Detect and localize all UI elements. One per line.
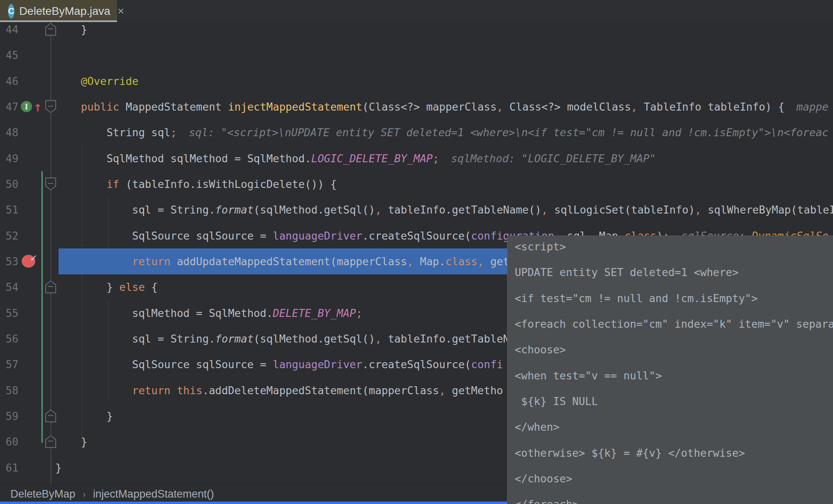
code-line-51[interactable]: 51 sql = String.format(sqlMethod.getSql(… [0, 197, 833, 223]
line-number[interactable]: 46 [0, 68, 18, 94]
popup-sql-line: <otherwise> ${k} = #{v} </otherwise> [515, 440, 833, 466]
line-number[interactable]: 50 [0, 171, 18, 197]
breadcrumb-method[interactable]: injectMappedStatement() [93, 488, 214, 500]
popup-sql-line: </foreach> [515, 491, 833, 504]
chevron-right-icon: › [83, 489, 86, 500]
line-number[interactable]: 60 [0, 429, 18, 455]
override-up-arrow-icon[interactable]: ↑ [34, 100, 42, 113]
line-number[interactable]: 48 [0, 119, 18, 145]
popup-sql-line: </choose> [515, 466, 833, 492]
code-text: return addUpdateMappedStatement(mapperCl… [55, 248, 510, 274]
code-text: if (tableInfo.isWithLogicDelete()) { [55, 171, 337, 197]
line-number[interactable]: 47 [0, 94, 18, 120]
line-number[interactable]: 61 [0, 455, 18, 481]
code-line-50[interactable]: 50 if (tableInfo.isWithLogicDelete()) { [0, 171, 833, 197]
line-number[interactable]: 45 [0, 42, 18, 68]
popup-sql-line: </when> [515, 414, 833, 440]
fold-marker-end-icon[interactable] [45, 280, 56, 293]
fold-marker-end-icon[interactable] [45, 409, 56, 422]
code-text: sql = String.format(sqlMethod.getSql(), … [55, 326, 510, 352]
line-number[interactable]: 55 [0, 300, 18, 326]
line-number[interactable]: 51 [0, 197, 18, 223]
code-text: return this.addDeleteMappedStatement(map… [55, 377, 503, 403]
inline-debugger-hint: sql: "<script>\nUPDATE entity SET delete… [189, 126, 828, 139]
breakpoint-icon[interactable]: ✓ [22, 248, 35, 274]
code-text: public MappedStatement injectMappedState… [55, 94, 829, 120]
tool-window-accent-strip [0, 502, 507, 504]
code-line-45[interactable]: 45 [0, 42, 833, 68]
code-line-44[interactable]: 44 } [0, 22, 833, 42]
line-number[interactable]: 58 [0, 377, 18, 403]
popup-sql-line: UPDATE entity SET deleted=1 <where> [515, 259, 833, 285]
popup-sql-line: <if test="cm != null and !cm.isEmpty"> [515, 285, 833, 311]
tab-deletebymap-java[interactable]: C DeleteByMap.java × [0, 0, 117, 22]
popup-sql-line: <choose> [515, 337, 833, 363]
line-number[interactable]: 59 [0, 403, 18, 429]
code-line-46[interactable]: 46 @Override [0, 68, 833, 94]
code-text: SqlSource sqlSource = languageDriver.cre… [55, 351, 503, 377]
code-text: } else { [55, 274, 158, 300]
overrides-method-icon[interactable]: I↑ [21, 94, 42, 120]
code-text: } [55, 429, 87, 455]
close-icon[interactable]: × [117, 5, 124, 18]
fold-marker-end-icon[interactable] [45, 435, 56, 448]
code-line-47[interactable]: 47I↑ public MappedStatement injectMapped… [0, 94, 833, 120]
code-text: } [55, 22, 87, 42]
line-number[interactable]: 54 [0, 274, 18, 300]
fold-marker-end-icon[interactable] [45, 23, 56, 36]
debugger-value-popup: <script>UPDATE entity SET deleted=1 <whe… [507, 236, 833, 504]
java-class-icon: C [8, 4, 14, 18]
line-number[interactable]: 52 [0, 223, 18, 249]
line-number[interactable]: 53 [0, 248, 18, 274]
breakpoint-verified-check-icon: ✓ [30, 252, 37, 264]
popup-sql-line: ${k} IS NULL [515, 388, 833, 414]
code-line-48[interactable]: 48 String sql;sql: "<script>\nUPDATE ent… [0, 119, 833, 145]
fold-marker-start-icon[interactable] [45, 177, 56, 190]
line-number[interactable]: 49 [0, 145, 18, 171]
line-number[interactable]: 57 [0, 351, 18, 377]
popup-sql-line: <when test="v == null"> [515, 363, 833, 389]
code-line-49[interactable]: 49 SqlMethod sqlMethod = SqlMethod.LOGIC… [0, 145, 833, 171]
tab-title: DeleteByMap.java [19, 5, 110, 18]
inline-debugger-hint: mappe [797, 101, 829, 113]
popup-sql-line: <script> [515, 236, 833, 260]
code-text: @Override [55, 68, 138, 94]
code-text: sqlMethod = SqlMethod.DELETE_BY_MAP; [55, 300, 362, 326]
code-text: String sql;sql: "<script>\nUPDATE entity… [55, 119, 829, 145]
inline-debugger-hint: sqlMethod: "LOGIC_DELETE_BY_MAP" [451, 152, 656, 165]
line-number[interactable]: 56 [0, 326, 18, 352]
popup-sql-line: <foreach collection="cm" index="k" item=… [515, 311, 833, 337]
line-number[interactable]: 44 [0, 22, 18, 42]
code-text: SqlMethod sqlMethod = SqlMethod.LOGIC_DE… [55, 145, 656, 171]
code-text: } [55, 403, 113, 429]
breadcrumb-class[interactable]: DeleteByMap [10, 488, 75, 500]
implementing-marker-icon[interactable]: I [21, 101, 32, 112]
code-text: sql = String.format(sqlMethod.getSql(), … [55, 197, 833, 223]
fold-marker-start-icon[interactable] [45, 100, 56, 113]
code-text: } [55, 455, 62, 481]
editor-tab-bar: C DeleteByMap.java × [0, 0, 833, 22]
